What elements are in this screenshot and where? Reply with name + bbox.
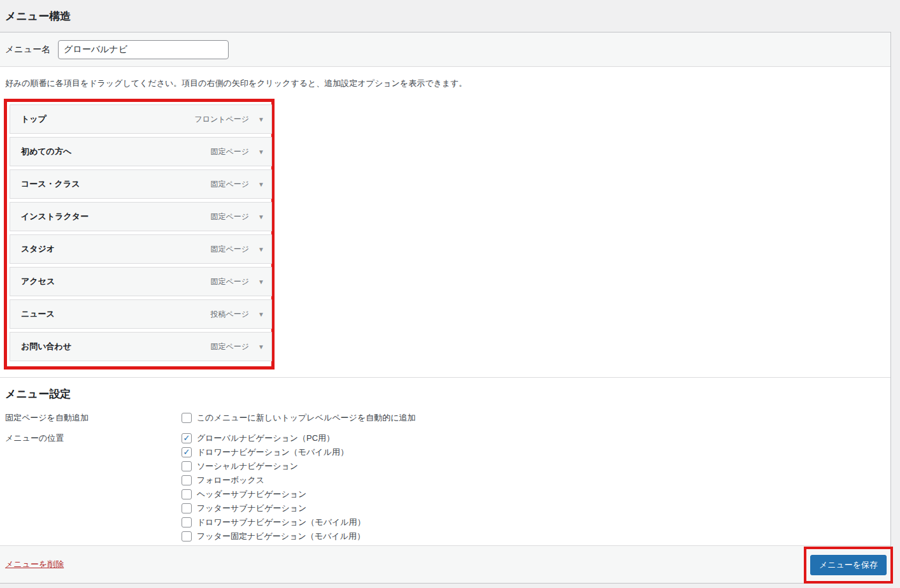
menu-item-label: インストラクター: [21, 211, 89, 222]
delete-menu-link[interactable]: メニューを削除: [5, 559, 64, 570]
menu-item[interactable]: スタジオ 固定ページ ▼: [10, 234, 272, 264]
menu-item-label: ニュース: [21, 308, 55, 320]
menu-item-meta: 固定ページ ▼: [211, 341, 264, 352]
location-option-footer-sub-nav[interactable]: フッターサブナビゲーション: [182, 501, 366, 515]
location-option-label: グローバルナビゲーション（PC用）: [197, 431, 334, 445]
menu-item-label: アクセス: [21, 276, 55, 287]
checkbox-icon[interactable]: [182, 517, 192, 527]
save-button-red-annotation: メニューを保存: [804, 547, 893, 584]
location-option-label: ヘッダーサブナビゲーション: [197, 487, 306, 501]
location-option-label: フッター固定ナビゲーション（モバイル用）: [197, 529, 365, 543]
menu-item[interactable]: ニュース 投稿ページ ▼: [10, 299, 272, 329]
location-option-global-nav[interactable]: ✓ グローバルナビゲーション（PC用）: [182, 431, 366, 445]
menu-item-type: 固定ページ: [211, 179, 250, 190]
auto-add-row: 固定ページを自動追加 このメニューに新しいトップレベルページを自動的に追加: [0, 411, 890, 425]
menu-location-options: ✓ グローバルナビゲーション（PC用） ✓ ドロワーナビゲーション（モバイル用）…: [182, 431, 366, 543]
chevron-down-icon[interactable]: ▼: [258, 311, 264, 318]
page-title: メニュー構造: [5, 9, 71, 24]
menu-location-label: メニューの位置: [0, 431, 182, 543]
menu-item-label: お問い合わせ: [21, 341, 71, 352]
menu-item-type: 固定ページ: [211, 212, 250, 222]
checkbox-icon[interactable]: [182, 475, 192, 485]
location-option-label: フッターサブナビゲーション: [197, 501, 306, 515]
location-option-social-nav[interactable]: ソーシャルナビゲーション: [182, 459, 366, 473]
menu-item-meta: 固定ページ ▼: [211, 179, 264, 190]
checkbox-icon[interactable]: [182, 489, 192, 499]
menu-item-label: スタジオ: [21, 243, 55, 255]
checkbox-icon[interactable]: [182, 461, 192, 471]
chevron-down-icon[interactable]: ▼: [258, 246, 264, 253]
menu-name-row: メニュー名: [0, 32, 890, 67]
menu-item-type: 固定ページ: [211, 244, 250, 255]
menu-name-label: メニュー名: [5, 44, 50, 55]
location-option-label: ソーシャルナビゲーション: [197, 459, 298, 473]
chevron-down-icon[interactable]: ▼: [258, 213, 264, 220]
location-option-header-sub-nav[interactable]: ヘッダーサブナビゲーション: [182, 487, 366, 501]
menu-item-meta: 固定ページ ▼: [211, 147, 264, 157]
menu-item[interactable]: トップ フロントページ ▼: [10, 104, 272, 134]
menu-edit-panel: メニュー名 好みの順番に各項目をドラッグしてください。項目の右側の矢印をクリック…: [0, 32, 891, 584]
menu-structure-body: 好みの順番に各項目をドラッグしてください。項目の右側の矢印をクリックすると、追加…: [0, 67, 890, 543]
menu-item[interactable]: 初めての方へ 固定ページ ▼: [10, 137, 272, 166]
location-option-label: ドロワーサブナビゲーション（モバイル用）: [197, 515, 366, 529]
menu-item-label: トップ: [21, 113, 46, 125]
auto-add-option-label: このメニューに新しいトップレベルページを自動的に追加: [197, 411, 415, 425]
menu-location-row: メニューの位置 ✓ グローバルナビゲーション（PC用） ✓ ドロワーナビゲーショ…: [0, 431, 890, 543]
location-option-drawer-sub-nav[interactable]: ドロワーサブナビゲーション（モバイル用）: [182, 515, 366, 529]
location-option-follow-box[interactable]: フォローボックス: [182, 473, 366, 487]
checkbox-icon[interactable]: ✓: [182, 433, 192, 443]
section-divider: [0, 377, 890, 378]
menu-item[interactable]: お問い合わせ 固定ページ ▼: [10, 332, 272, 361]
checkbox-icon[interactable]: ✓: [182, 447, 192, 457]
menu-item[interactable]: インストラクター 固定ページ ▼: [10, 202, 272, 231]
menu-editor-page: メニュー構造 メニュー名 好みの順番に各項目をドラッグしてください。項目の右側の…: [0, 0, 900, 588]
menu-item-label: コース・クラス: [21, 178, 80, 190]
menu-item[interactable]: コース・クラス 固定ページ ▼: [10, 169, 272, 199]
chevron-down-icon[interactable]: ▼: [258, 343, 264, 350]
auto-add-label: 固定ページを自動追加: [0, 411, 182, 425]
checkbox-icon[interactable]: [182, 531, 192, 541]
menu-item-type: フロントページ: [194, 114, 249, 125]
menu-item-meta: 固定ページ ▼: [211, 276, 264, 287]
menu-item-type: 固定ページ: [211, 341, 250, 352]
chevron-down-icon[interactable]: ▼: [258, 181, 264, 188]
auto-add-option[interactable]: このメニューに新しいトップレベルページを自動的に追加: [182, 411, 415, 425]
location-option-label: ドロワーナビゲーション（モバイル用）: [197, 445, 348, 459]
checkbox-icon[interactable]: [182, 503, 192, 513]
menu-item[interactable]: アクセス 固定ページ ▼: [10, 267, 272, 296]
menu-items-red-annotation: トップ フロントページ ▼ 初めての方へ 固定ページ ▼ コース・クラス: [4, 99, 275, 369]
menu-item-type: 固定ページ: [211, 276, 250, 287]
checkbox-icon[interactable]: [182, 413, 192, 423]
menu-item-meta: 投稿ページ ▼: [211, 309, 264, 320]
location-option-label: フォローボックス: [197, 473, 264, 487]
menu-item-type: 固定ページ: [211, 147, 250, 157]
drag-instruction: 好みの順番に各項目をドラッグしてください。項目の右側の矢印をクリックすると、追加…: [0, 67, 890, 89]
location-option-footer-fixed-nav[interactable]: フッター固定ナビゲーション（モバイル用）: [182, 529, 366, 543]
auto-add-field: このメニューに新しいトップレベルページを自動的に追加: [182, 411, 415, 425]
chevron-down-icon[interactable]: ▼: [258, 116, 264, 123]
chevron-down-icon[interactable]: ▼: [258, 148, 264, 155]
menu-item-label: 初めての方へ: [21, 146, 71, 157]
menu-item-type: 投稿ページ: [211, 309, 250, 320]
menu-item-meta: フロントページ ▼: [194, 114, 264, 125]
menu-settings-heading: メニュー設定: [5, 387, 890, 401]
menu-name-input[interactable]: [58, 40, 229, 59]
chevron-down-icon[interactable]: ▼: [258, 278, 264, 285]
save-menu-button[interactable]: メニューを保存: [810, 555, 887, 575]
menu-item-meta: 固定ページ ▼: [211, 244, 264, 255]
location-option-drawer-nav[interactable]: ✓ ドロワーナビゲーション（モバイル用）: [182, 445, 366, 459]
menu-item-meta: 固定ページ ▼: [211, 212, 264, 222]
menu-footer-bar: メニューを削除: [0, 545, 890, 583]
